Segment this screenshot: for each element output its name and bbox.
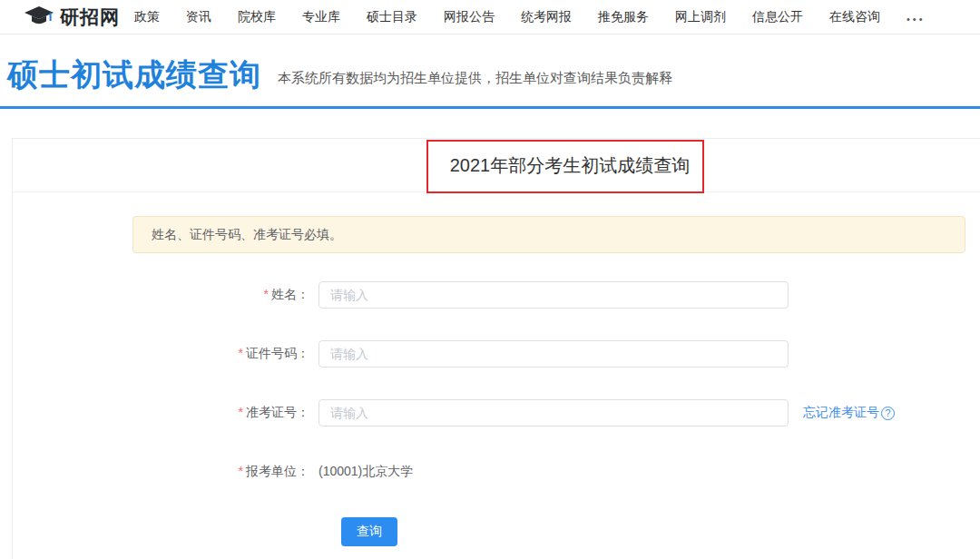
card-title: 2021年部分考生初试成绩查询 [450,153,691,178]
target-unit-label: *报考单位： [13,464,309,480]
top-nav: 研招网 政策 资讯 院校库 专业库 硕士目录 网报公告 统考网报 推免服务 网上… [0,0,980,34]
nav-item-news[interactable]: 资讯 [186,9,211,25]
card-header: 2021年部分考生初试成绩查询 [13,139,980,192]
query-submit-button[interactable]: 查询 [341,517,397,546]
required-asterisk: * [239,346,243,360]
admission-ticket-label: *准考证号： [13,405,309,421]
score-query-card: 2021年部分考生初试成绩查询 姓名、证件号码、准考证号必填。 *姓名： *证件… [12,138,980,559]
nav-item-college-library[interactable]: 院校库 [238,9,276,25]
main-nav: 政策 资讯 院校库 专业库 硕士目录 网报公告 统考网报 推免服务 网上调剂 信… [134,9,926,25]
page-header: 硕士初试成绩查询 本系统所有数据均为招生单位提供，招生单位对查询结果负责解释 [0,34,980,95]
admission-ticket-input[interactable] [318,399,789,427]
required-asterisk: * [239,405,243,419]
id-number-label: *证件号码： [13,346,309,362]
page-title: 硕士初试成绩查询 [7,54,261,95]
target-unit-value: (10001)北京大学 [318,464,413,480]
blue-divider [0,106,980,109]
nav-item-online-report-notice[interactable]: 网报公告 [444,9,495,25]
form-row-admission-ticket: *准考证号： 忘记准考证号? [13,399,980,427]
nav-item-online-adjustment[interactable]: 网上调剂 [675,9,726,25]
nav-item-exempt-service[interactable]: 推免服务 [598,9,649,25]
nav-item-master-catalog[interactable]: 硕士目录 [367,9,417,25]
query-form: *姓名： *证件号码： *准考证号： 忘记准考证号? *报考单位： (10001… [13,281,980,546]
nav-item-info-disclosure[interactable]: 信息公开 [752,9,803,25]
help-question-icon: ? [881,407,895,420]
form-row-target-unit: *报考单位： (10001)北京大学 [13,458,980,485]
nav-item-online-consult[interactable]: 在线咨询 [829,9,880,25]
form-row-id-number: *证件号码： [13,340,980,368]
logo-text: 研招网 [60,5,120,30]
required-asterisk: * [239,464,243,478]
required-fields-notice: 姓名、证件号码、准考证号必填。 [132,216,965,253]
required-asterisk: * [264,287,269,301]
id-number-input[interactable] [318,340,789,368]
name-label: *姓名： [13,287,309,303]
name-input[interactable] [318,281,789,309]
forget-ticket-link[interactable]: 忘记准考证号? [803,405,895,421]
nav-item-policy[interactable]: 政策 [134,9,160,25]
nav-item-unified-exam-report[interactable]: 统考网报 [521,9,572,25]
nav-more-dots-icon[interactable]: ••• [906,14,926,25]
site-logo[interactable]: 研招网 [24,5,120,30]
grad-cap-logo-icon [24,5,54,28]
nav-item-major-library[interactable]: 专业库 [302,9,340,25]
form-row-name: *姓名： [13,281,980,309]
page-subtitle: 本系统所有数据均为招生单位提供，招生单位对查询结果负责解释 [278,70,672,95]
